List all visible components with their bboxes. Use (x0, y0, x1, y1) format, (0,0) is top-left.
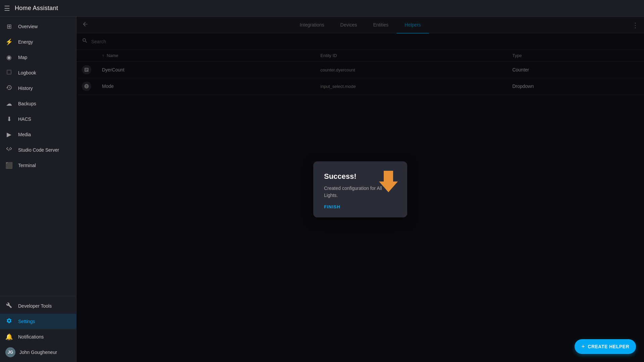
sidebar-item-overview[interactable]: ⊞ Overview (0, 19, 76, 34)
sidebar-item-label: Studio Code Server (18, 147, 59, 153)
create-helper-label: CREATE HELPER (588, 344, 629, 349)
user-name: John Gougheneur (19, 350, 57, 355)
sidebar-item-label: Logbook (18, 70, 36, 75)
sidebar-item-terminal[interactable]: ⬛ Terminal (0, 158, 76, 173)
sidebar-bottom: Developer Tools Settings 🔔 Notifications… (0, 296, 76, 362)
notifications-icon: 🔔 (5, 333, 13, 341)
sidebar-item-map[interactable]: ◉ Map (0, 50, 76, 65)
app-title: Home Assistant (15, 5, 58, 12)
sidebar-item-label: Backups (18, 101, 36, 106)
sidebar-item-label: Overview (18, 24, 38, 29)
sidebar-item-label: Energy (18, 39, 33, 45)
svg-marker-0 (379, 171, 398, 192)
backups-icon: ☁ (5, 100, 13, 107)
logbook-icon (5, 69, 13, 77)
map-icon: ◉ (5, 54, 13, 61)
history-icon (5, 85, 13, 92)
dialog-overlay: Success! Created configuration for All L… (76, 17, 644, 362)
dialog-title: Success! (324, 172, 357, 181)
studio-code-server-icon (5, 146, 13, 154)
developer-tools-icon (5, 302, 13, 310)
dialog-arrow-icon (379, 171, 398, 195)
settings-icon (5, 318, 13, 325)
hacs-icon: ⬇ (5, 115, 13, 123)
success-dialog: Success! Created configuration for All L… (313, 161, 407, 217)
sidebar-items: ⊞ Overview ⚡ Energy ◉ Map Logbook (0, 17, 76, 296)
sidebar-item-label: Notifications (18, 334, 44, 340)
sidebar-item-logbook[interactable]: Logbook (0, 65, 76, 81)
sidebar-item-label: Map (18, 55, 27, 60)
content-area: Integrations Devices Entities Helpers ⋮ (76, 17, 644, 362)
sidebar-item-studio-code-server[interactable]: Studio Code Server (0, 142, 76, 158)
sidebar-item-notifications[interactable]: 🔔 Notifications (0, 329, 76, 345)
sidebar-item-label: History (18, 86, 33, 91)
sidebar-item-hacs[interactable]: ⬇ HACS (0, 111, 76, 127)
sidebar-user[interactable]: JG John Gougheneur (0, 345, 76, 360)
sidebar: ⊞ Overview ⚡ Energy ◉ Map Logbook (0, 17, 76, 362)
energy-icon: ⚡ (5, 38, 13, 46)
sidebar-item-label: Settings (18, 319, 35, 324)
overview-icon: ⊞ (5, 23, 13, 30)
sidebar-item-label: Terminal (18, 163, 36, 168)
terminal-icon: ⬛ (5, 162, 13, 169)
main-layout: ⊞ Overview ⚡ Energy ◉ Map Logbook (0, 17, 644, 362)
sidebar-item-label: Media (18, 132, 31, 137)
sidebar-item-media[interactable]: ▶ Media (0, 127, 76, 142)
media-icon: ▶ (5, 131, 13, 138)
top-header: ☰ Home Assistant (0, 0, 644, 17)
menu-icon[interactable]: ☰ (4, 4, 10, 12)
sidebar-item-developer-tools[interactable]: Developer Tools (0, 298, 76, 314)
sidebar-item-label: HACS (18, 116, 31, 122)
create-helper-plus-icon: + (581, 343, 585, 350)
create-helper-button[interactable]: + CREATE HELPER (575, 339, 636, 354)
sidebar-item-backups[interactable]: ☁ Backups (0, 96, 76, 111)
sidebar-item-settings[interactable]: Settings (0, 314, 76, 329)
sidebar-item-label: Developer Tools (18, 303, 52, 309)
sidebar-item-energy[interactable]: ⚡ Energy (0, 34, 76, 50)
avatar: JG (5, 347, 15, 357)
finish-button[interactable]: FINISH (324, 204, 340, 209)
sidebar-item-history[interactable]: History (0, 81, 76, 96)
